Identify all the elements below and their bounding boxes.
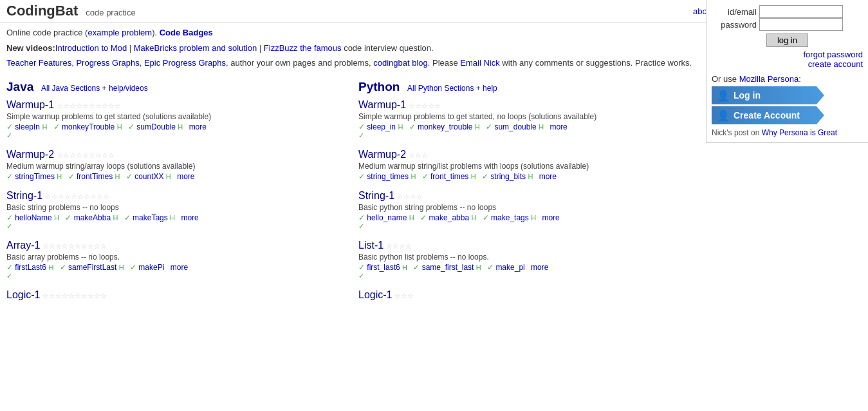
firstLast6-link[interactable]: firstLast6 (15, 263, 46, 272)
python-string1-link[interactable]: String-1 (358, 190, 394, 201)
java-warmup1-desc: Simple warmup problems to get started (s… (6, 112, 346, 121)
monkeyTrouble-link[interactable]: monkeyTrouble (62, 122, 115, 131)
password-label-cell: password (712, 18, 759, 31)
persona-login-icon: 👤 (717, 90, 730, 102)
string-times-h: H (411, 173, 416, 180)
java-header: Java All Java Sections + help/videos (6, 80, 346, 94)
epic-progress-link[interactable]: Epic Progress Graphs (144, 58, 226, 68)
stringTimes-link[interactable]: stringTimes (15, 172, 55, 181)
python-warmup2-link[interactable]: Warmup-2 (358, 149, 406, 160)
id-input[interactable] (759, 5, 843, 18)
makeTags-h: H (170, 214, 175, 222)
java-all-sections-link[interactable]: All Java Sections + help/videos (41, 84, 148, 93)
progress-graphs-link[interactable]: Progress Graphs (76, 58, 139, 68)
persona-or-text: Or use Mozilla Persona: (712, 74, 863, 84)
persona-create-icon: 👤 (717, 110, 730, 122)
frontTimes-link[interactable]: frontTimes (77, 172, 113, 181)
java-array1-more[interactable]: more (171, 263, 188, 272)
java-warmup2-stars: ☆☆☆☆☆☆☆☆☆ (57, 151, 115, 159)
id-label: id/email (728, 7, 757, 17)
sleepIn-link[interactable]: sleepIn (15, 122, 40, 131)
first-last6-link[interactable]: first_last6 (367, 263, 400, 272)
login-button[interactable]: log in (766, 33, 808, 47)
countXX-link[interactable]: countXX (134, 172, 163, 181)
check3: ✓ (128, 122, 134, 131)
java-array1-desc: Basic array problems -- no loops. (6, 253, 346, 262)
forgot-password-link[interactable]: forgot password (804, 50, 863, 59)
makePi-link[interactable]: makePi (138, 263, 164, 272)
java-warmup2-link[interactable]: Warmup-2 (6, 149, 54, 160)
makebricks-link[interactable]: MakeBricks problem and solution (134, 43, 257, 53)
intro-to-mod-link[interactable]: Introduction to Mod (55, 43, 127, 53)
fizzbuzz-link[interactable]: FizzBuzz the famous (264, 43, 342, 53)
makeAbba-link[interactable]: makeAbba (74, 213, 111, 222)
monkeyTrouble-h: H (117, 123, 122, 131)
front-times-link[interactable]: front_times (430, 172, 468, 181)
python-list1-desc: Basic python list problems -- no loops. (358, 253, 697, 262)
python-warmup1-link[interactable]: Warmup-1 (358, 99, 406, 110)
check7: ✓ (6, 213, 13, 222)
python-logic1-block: Logic-1 ☆☆☆ (358, 289, 697, 301)
python-list1-block: List-1 ☆☆☆☆ Basic python list problems -… (358, 240, 697, 280)
site-title-link[interactable]: CodingBat (6, 3, 82, 19)
check10: ✓ (6, 263, 13, 272)
same-first-last-link[interactable]: same_first_last (422, 263, 474, 272)
java-warmup1-more[interactable]: more (189, 122, 207, 131)
string-bits-link[interactable]: string_bits (490, 172, 526, 181)
python-warmup2-block: Warmup-2 ☆☆☆ Medium warmup string/list p… (358, 149, 697, 181)
makeTags-link[interactable]: makeTags (133, 213, 168, 222)
codingbat-blog-link[interactable]: codingbat blog (373, 58, 428, 68)
code-badges-link[interactable]: Code Badges (160, 28, 213, 37)
string-times-link[interactable]: string_times (367, 172, 409, 181)
make-tags-link[interactable]: make_tags (491, 213, 529, 222)
java-logic1-link[interactable]: Logic-1 (6, 289, 40, 300)
make-abba-h: H (471, 214, 476, 222)
helloName-link[interactable]: helloName (15, 213, 51, 222)
python-warmup2-more[interactable]: more (539, 172, 557, 181)
monkey-trouble-link[interactable]: monkey_trouble (418, 122, 472, 131)
columns: Java All Java Sections + help/videos War… (6, 80, 697, 310)
main-area: Online code practice (example problem). … (0, 23, 704, 314)
pcheck8: ✓ (420, 213, 427, 222)
email-nick-link[interactable]: Email Nick (460, 58, 499, 68)
make-pi-link[interactable]: make_pi (495, 263, 524, 272)
python-logic1-link[interactable]: Logic-1 (358, 289, 392, 300)
sumDouble-link[interactable]: sumDouble (136, 122, 176, 131)
persona-login-label: Log in (734, 90, 761, 100)
sameFirstLast-link[interactable]: sameFirstLast (68, 263, 116, 272)
example-problem-link[interactable]: example problem (88, 28, 152, 37)
python-string1-block: String-1 ☆☆☆☆ Basic python string proble… (358, 190, 697, 231)
java-string1-link[interactable]: String-1 (6, 190, 42, 201)
python-string1-check-extra: ✓ (358, 222, 697, 231)
java-warmup1-link[interactable]: Warmup-1 (6, 99, 54, 110)
persona-section: Or use Mozilla Persona: 👤 Log in 👤 Creat… (712, 74, 863, 137)
java-warmup2-more[interactable]: more (177, 172, 194, 181)
mozilla-persona-link[interactable]: Mozilla Persona (739, 74, 799, 84)
java-array1-link[interactable]: Array-1 (6, 240, 40, 251)
python-list1-link[interactable]: List-1 (358, 240, 383, 251)
python-column: Python All Python Sections + help Warmup… (358, 80, 697, 310)
persona-create-label: Create Account (734, 110, 800, 120)
sleep-in-link[interactable]: sleep_in (367, 122, 396, 131)
stringTimes-h: H (57, 173, 62, 180)
persona-post-link[interactable]: Why Persona is Great (762, 128, 837, 137)
persona-create-button[interactable]: 👤 Create Account (712, 106, 824, 124)
create-account-link[interactable]: create account (808, 59, 863, 69)
make-abba-link[interactable]: make_abba (429, 213, 469, 222)
sum-double-link[interactable]: sum_double (494, 122, 536, 131)
hello-name-link[interactable]: hello_name (367, 213, 407, 222)
page-wrapper: CodingBat code practice about | help | c… (0, 0, 868, 314)
password-input[interactable] (759, 18, 843, 31)
python-all-sections-link[interactable]: All Python Sections + help (407, 84, 497, 93)
sameFirstLast-h: H (119, 263, 124, 271)
teacher-features-link[interactable]: Teacher Features (6, 58, 71, 68)
java-string1-more[interactable]: more (181, 213, 198, 222)
python-warmup1-more[interactable]: more (549, 122, 567, 131)
python-list1-more[interactable]: more (531, 263, 548, 272)
python-warmup2-links: ✓ string_times H ✓ front_times H ✓ strin… (358, 172, 697, 181)
java-array1-check-extra: ✓ (6, 272, 346, 280)
persona-login-button[interactable]: 👤 Log in (712, 86, 824, 104)
python-string1-more[interactable]: more (542, 213, 559, 222)
intro-section: Online code practice (example problem). … (6, 26, 697, 76)
id-label-cell: id/email (712, 5, 759, 18)
